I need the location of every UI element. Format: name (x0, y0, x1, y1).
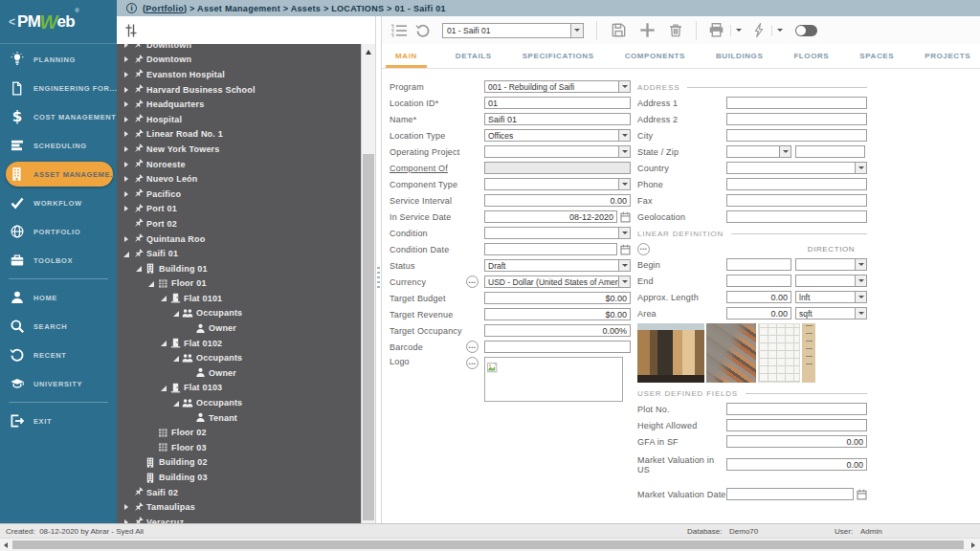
expand-arrow-icon[interactable] (122, 85, 131, 94)
tree-item-port-01[interactable]: Port 01 (117, 202, 375, 217)
sidebar-item-scheduling[interactable]: SCHEDULING (0, 131, 117, 160)
tab-main[interactable]: MAIN (386, 52, 427, 68)
record-selector-dropdown-button[interactable] (570, 24, 583, 37)
expand-arrow-icon[interactable] (122, 70, 131, 78)
status-select[interactable]: Draft (484, 259, 631, 272)
collapse-arrow-icon[interactable] (147, 279, 156, 288)
actions-menu-caret-icon[interactable] (777, 29, 783, 32)
tree-item-hospital[interactable]: Hospital (117, 112, 375, 127)
print-icon[interactable] (708, 22, 724, 38)
scroll-left-arrow-icon[interactable] (4, 542, 8, 548)
sidebar-item-portfolio[interactable]: PORTFOLIO (0, 217, 117, 246)
tree-item-flat-0101[interactable]: Flat 0101 (117, 291, 375, 306)
expand-arrow-icon[interactable] (122, 115, 131, 123)
scroll-right-arrow-icon[interactable] (971, 542, 975, 548)
collapse-arrow-icon[interactable] (135, 264, 144, 273)
condition-date-input[interactable] (484, 243, 617, 255)
gfa-in-sf-input[interactable] (726, 435, 867, 448)
survey-strip[interactable] (802, 323, 815, 383)
tree-item-floor-02[interactable]: Floor 02 (117, 425, 375, 440)
tree-item-veracruz[interactable]: Veracruz (117, 515, 375, 523)
linear-definition-lookup-button[interactable]: ••• (637, 243, 650, 255)
tree-item-headquarters[interactable]: Headquarters (117, 97, 375, 112)
collapse-arrow-icon[interactable] (122, 250, 131, 258)
component-of-label[interactable]: Component Of (390, 164, 466, 173)
dropdown-button[interactable] (855, 276, 866, 286)
tab-floors[interactable]: FLOORS (791, 52, 831, 68)
operating-project-select[interactable] (484, 145, 631, 158)
sidebar-item-home[interactable]: HOME (0, 283, 117, 312)
tree-item-floor-03[interactable]: Floor 03 (117, 440, 375, 455)
state-select[interactable] (726, 145, 791, 158)
tree-item-owner[interactable]: Owner (117, 365, 375, 381)
barcode-input[interactable] (484, 341, 631, 353)
expand-arrow-icon[interactable] (122, 144, 131, 153)
tree-item-downtown[interactable]: Downtown (117, 53, 375, 68)
tab-buildings[interactable]: BUILDINGS (714, 52, 765, 68)
tree-item-occupants[interactable]: Occupants (117, 395, 375, 410)
in-service-date-calendar-icon[interactable] (620, 211, 631, 223)
tree-item-flat-0102[interactable]: Flat 0102 (117, 336, 375, 351)
floorplan-thumb[interactable] (758, 323, 800, 383)
tree-item-floor-01[interactable]: Floor 01 (117, 276, 375, 292)
market-valuation-in-us-input[interactable] (726, 458, 867, 471)
dropdown-button[interactable] (618, 146, 630, 157)
in-service-date-input[interactable] (484, 210, 617, 223)
sidebar-item-toolbox[interactable]: TOOLBOX (0, 246, 117, 275)
end-unit-select[interactable] (795, 275, 867, 287)
tree-item-pacifico[interactable]: Pacifico (117, 187, 375, 202)
collapse-arrow-icon[interactable] (160, 384, 168, 392)
tree-scrollbar-thumb[interactable] (363, 154, 374, 520)
tab-details[interactable]: DETAILS (454, 52, 494, 68)
expand-arrow-icon[interactable] (122, 503, 131, 512)
history-icon[interactable] (415, 23, 431, 38)
area-unit-select[interactable]: sqft (795, 307, 867, 320)
tree-item-occupants[interactable]: Occupants (117, 350, 375, 365)
info-icon[interactable]: i (126, 3, 137, 13)
tab-projects[interactable]: PROJECTS (923, 52, 972, 68)
target-revenue-input[interactable] (484, 308, 631, 320)
expand-arrow-icon[interactable] (122, 130, 131, 139)
dropdown-button[interactable] (855, 163, 866, 173)
country-select[interactable] (726, 162, 867, 174)
barcode-lookup-button[interactable]: ••• (466, 341, 479, 353)
tab-components[interactable]: COMPONENTS (623, 52, 687, 68)
delete-icon[interactable] (668, 22, 683, 38)
sidebar-item-search[interactable]: SEARCH (0, 312, 117, 341)
begin-input[interactable] (726, 258, 791, 271)
condition-select[interactable] (484, 227, 631, 239)
tab-spaces[interactable]: SPACES (858, 52, 896, 68)
collapse-arrow-icon[interactable] (172, 309, 181, 318)
service-interval-input[interactable] (484, 194, 631, 207)
splitter-grip-icon[interactable] (377, 267, 380, 290)
zip-input[interactable] (795, 145, 865, 158)
collapse-arrow-icon[interactable] (172, 354, 181, 363)
approx-length-input[interactable] (726, 291, 791, 303)
tree-item-nuevo-le-n[interactable]: Nuevo León (117, 171, 375, 187)
panel-splitter[interactable] (375, 16, 382, 523)
save-icon[interactable] (611, 22, 627, 38)
expand-arrow-icon[interactable] (122, 205, 131, 213)
height-allowed-input[interactable] (726, 419, 867, 431)
geolocation-input[interactable] (726, 210, 867, 223)
record-selector[interactable]: 01 - Saifi 01 (442, 23, 584, 38)
target-budget-input[interactable] (484, 292, 631, 304)
approx-length-unit-select[interactable]: lnft (795, 291, 867, 303)
tree-item-harvard-business-school[interactable]: Harvard Business School (117, 82, 375, 98)
tree-scrollbar[interactable] (361, 44, 375, 523)
plot-no-input[interactable] (726, 403, 867, 415)
dropdown-button[interactable] (855, 292, 866, 302)
expand-arrow-icon[interactable] (122, 100, 131, 109)
tree-item-occupants[interactable]: Occupants (117, 306, 375, 321)
program-select[interactable]: 001 - Rebuilding of Saifi (484, 80, 631, 93)
tree-item-evanston-hospital[interactable]: Evanston Hospital (117, 67, 375, 82)
tab-specifications[interactable]: SPECIFICATIONS (521, 52, 596, 68)
sidebar-item-cost-management[interactable]: $COST MANAGEMENT (0, 102, 117, 131)
component-of-input[interactable] (484, 162, 631, 174)
dropdown-button[interactable] (618, 260, 630, 271)
rubble-photo[interactable] (706, 323, 756, 383)
tree-item-building-03[interactable]: Building 03 (117, 470, 375, 485)
address-2-input[interactable] (726, 113, 867, 125)
name-input[interactable] (484, 113, 631, 125)
tree-item-building-01[interactable]: Building 01 (117, 261, 375, 276)
